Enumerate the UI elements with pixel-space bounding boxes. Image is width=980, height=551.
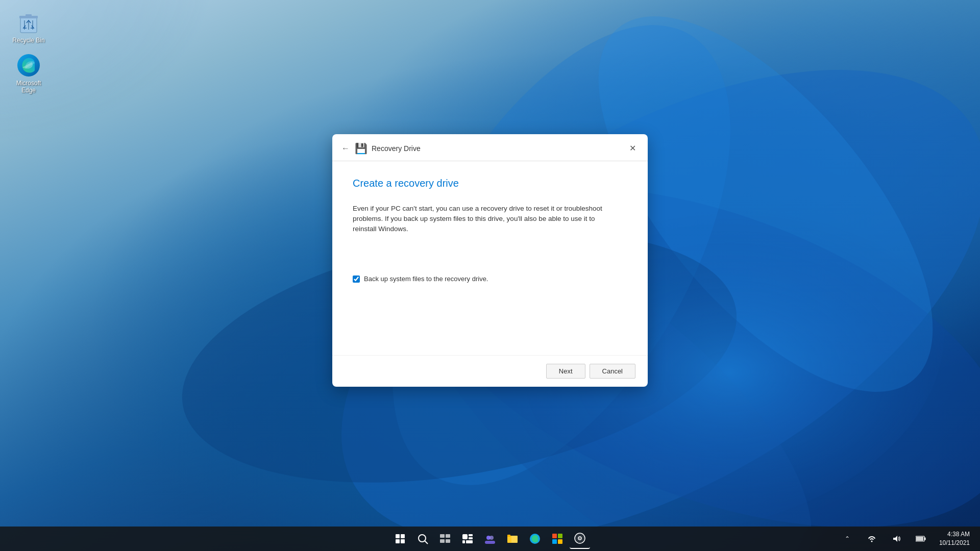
checkbox-row: Back up system files to the recovery dri…: [353, 275, 627, 283]
checkbox-label: Back up system files to the recovery dri…: [364, 275, 488, 283]
drive-icon: 💾: [355, 142, 368, 155]
back-button[interactable]: ←: [340, 143, 351, 154]
next-button[interactable]: Next: [546, 364, 585, 379]
cancel-button[interactable]: Cancel: [590, 364, 635, 379]
dialog-titlebar: ← 💾 Recovery Drive ✕: [332, 134, 648, 161]
dialog-overlay: ← 💾 Recovery Drive ✕ Create a recovery d…: [0, 0, 980, 551]
close-button[interactable]: ✕: [625, 141, 640, 156]
dialog-description: Even if your PC can't start, you can use…: [353, 204, 618, 235]
recovery-drive-dialog: ← 💾 Recovery Drive ✕ Create a recovery d…: [332, 134, 648, 387]
backup-checkbox[interactable]: [353, 276, 360, 283]
titlebar-left: ← 💾 Recovery Drive: [340, 142, 421, 155]
desktop: Recycle Bin: [0, 0, 980, 551]
dialog-heading: Create a recovery drive: [353, 178, 627, 189]
dialog-content: Create a recovery drive Even if your PC …: [332, 161, 648, 355]
dialog-title: Recovery Drive: [372, 144, 421, 153]
dialog-footer: Next Cancel: [332, 355, 648, 387]
